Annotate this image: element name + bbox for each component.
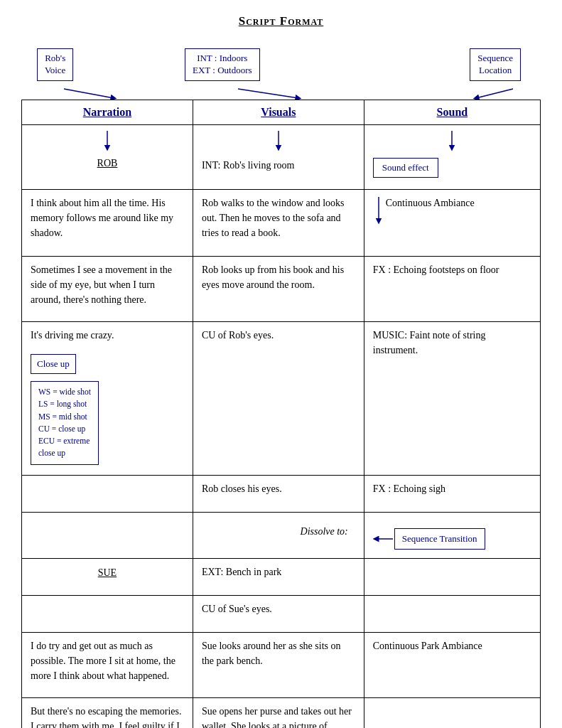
narration-cell: It's driving me crazy. Close up WS = wid… xyxy=(22,322,193,476)
sound-effect-box: Sound effect xyxy=(373,158,438,178)
visual-item: EXT: Bench in park xyxy=(202,564,355,579)
header-narration: Narration xyxy=(22,100,193,125)
visuals-cell: Sue opens her purse and takes out her wa… xyxy=(193,697,364,728)
visual-item-italic: Dissolve to: xyxy=(202,524,355,539)
visuals-cell: Dissolve to: xyxy=(193,512,364,558)
table-row: Dissolve to: Sequence Transi xyxy=(22,512,541,558)
visual-item: Sue opens her purse and takes out her wa… xyxy=(202,704,355,728)
svg-line-0 xyxy=(64,89,114,98)
sound-item: FX : Echoing footsteps on floor xyxy=(373,262,531,277)
sound-cell: FX : Echoing footsteps on floor xyxy=(364,257,540,322)
arrow-seq-transition xyxy=(373,533,394,545)
annotation-int-ext: INT : IndoorsEXT : Outdoors xyxy=(185,48,260,81)
char-name-rob: ROB xyxy=(31,158,184,169)
visuals-cell: INT: Rob's living room xyxy=(193,125,364,190)
table-row: I do try and get out as much as possible… xyxy=(22,632,541,697)
visuals-cell: CU of Rob's eyes. xyxy=(193,322,364,476)
narration-para: I think about him all the time. His memo… xyxy=(31,196,184,240)
visuals-cell: Rob walks to the window and looks out. T… xyxy=(193,190,364,257)
visual-item: CU of Sue's eyes. xyxy=(202,601,355,616)
narration-cell: But there's no escaping the memories. I … xyxy=(22,697,193,728)
narration-cell: ROB xyxy=(22,125,193,190)
visual-item: Sue looks around her as she sits on the … xyxy=(202,638,355,668)
sound-item: Continuous Park Ambiance xyxy=(373,638,531,653)
visual-item: Rob closes his eyes. xyxy=(202,481,355,496)
sequence-transition-box: Sequence Transition xyxy=(394,528,485,550)
annotation-sequence-location: SequenceLocation xyxy=(470,48,521,81)
narration-para: I do try and get out as much as possible… xyxy=(31,638,184,683)
sound-cell: Continuous Ambiance xyxy=(364,190,540,257)
narration-cell xyxy=(22,512,193,558)
arrow-down-sound xyxy=(448,131,456,152)
visuals-cell: CU of Sue's eyes. xyxy=(193,595,364,632)
visual-item: INT: Rob's living room xyxy=(202,158,355,173)
table-row: I think about him all the time. His memo… xyxy=(22,190,541,257)
sound-item: Continuous Ambiance xyxy=(386,196,475,210)
narration-para: Sometimes I see a movement in the side o… xyxy=(31,262,184,307)
table-row: Sometimes I see a movement in the side o… xyxy=(22,257,541,322)
narration-cell xyxy=(22,595,193,632)
narration-para: But there's no escaping the memories. I … xyxy=(31,704,184,728)
table-row: But there's no escaping the memories. I … xyxy=(22,697,541,728)
arrow-down-visuals xyxy=(274,131,283,152)
table-row: SUE EXT: Bench in park xyxy=(22,558,541,595)
visuals-cell: Sue looks around her as she sits on the … xyxy=(193,632,364,697)
visual-item: CU of Rob's eyes. xyxy=(202,328,355,343)
page-title: Script Format xyxy=(21,14,541,28)
svg-line-1 xyxy=(238,89,298,98)
sound-item: FX : Echoing sigh xyxy=(373,481,531,496)
sound-cell xyxy=(364,697,540,728)
narration-cell: I think about him all the time. His memo… xyxy=(22,190,193,257)
table-row: CU of Sue's eyes. xyxy=(22,595,541,632)
visual-item: Rob looks up from his book and his eyes … xyxy=(202,262,355,292)
visuals-cell: Rob looks up from his book and his eyes … xyxy=(193,257,364,322)
arrow-down-narration xyxy=(103,131,112,152)
visuals-cell: Rob closes his eyes. xyxy=(193,475,364,512)
sound-cell: Sound effect xyxy=(364,125,540,190)
visuals-cell: EXT: Bench in park xyxy=(193,558,364,595)
sound-cell: Sequence Transition xyxy=(364,512,540,558)
sound-cell xyxy=(364,558,540,595)
header-sound: Sound xyxy=(364,100,540,125)
svg-line-2 xyxy=(476,89,513,98)
table-row: It's driving me crazy. Close up WS = wid… xyxy=(22,322,541,476)
table-row: ROB INT: Rob's living room Sound effect xyxy=(22,125,541,190)
sound-cell: MUSIC: Faint note of string instrument. xyxy=(364,322,540,476)
closeup-detail-box: WS = wide shot LS = long shot MS = mid s… xyxy=(31,381,99,465)
narration-para: It's driving me crazy. xyxy=(31,328,184,343)
table-row: Rob closes his eyes. FX : Echoing sigh xyxy=(22,475,541,512)
char-name-sue: SUE xyxy=(31,567,184,579)
sound-cell: FX : Echoing sigh xyxy=(364,475,540,512)
annotation-robs-voice: Rob'sVoice xyxy=(37,48,73,81)
header-visuals: Visuals xyxy=(193,100,364,125)
sound-cell xyxy=(364,595,540,632)
closeup-label: Close up xyxy=(31,354,76,374)
sound-cell: Continuous Park Ambiance xyxy=(364,632,540,697)
narration-cell: Sometimes I see a movement in the side o… xyxy=(22,257,193,322)
sound-item: MUSIC: Faint note of string instrument. xyxy=(373,328,531,358)
script-table: Narration Visuals Sound xyxy=(21,100,541,728)
narration-cell: I do try and get out as much as possible… xyxy=(22,632,193,697)
annotation-arrows xyxy=(21,43,541,100)
arrow-continuous-ambiance xyxy=(373,197,384,225)
narration-cell xyxy=(22,475,193,512)
visual-item: Rob walks to the window and looks out. T… xyxy=(202,196,355,240)
narration-cell: SUE xyxy=(22,558,193,595)
